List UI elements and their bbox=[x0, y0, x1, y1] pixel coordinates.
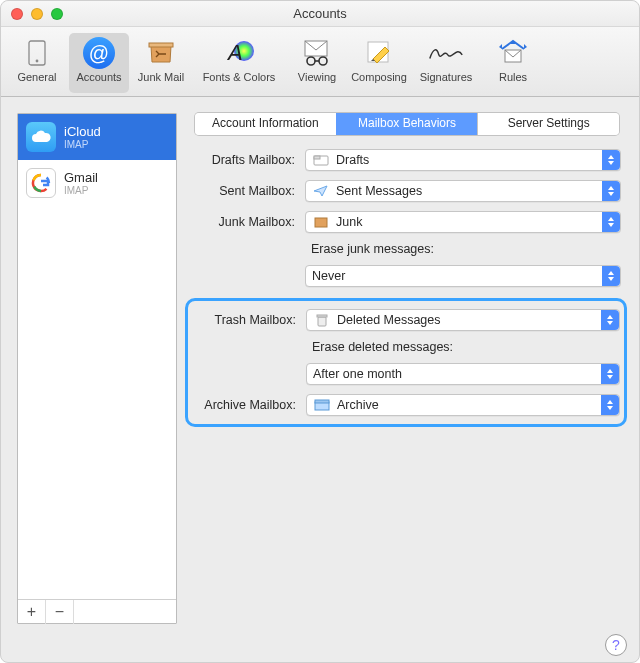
folder-icon bbox=[312, 152, 330, 168]
erase-junk-value: Never bbox=[312, 269, 345, 283]
tab-composing[interactable]: Composing bbox=[349, 33, 409, 93]
svg-rect-19 bbox=[315, 218, 327, 227]
tab-viewing[interactable]: Viewing bbox=[287, 33, 347, 93]
svg-text:A: A bbox=[226, 40, 243, 65]
account-protocol: IMAP bbox=[64, 185, 98, 196]
row-trash: Trash Mailbox: Deleted Messages bbox=[192, 309, 620, 331]
rules-icon bbox=[495, 37, 531, 69]
erase-deleted-select[interactable]: After one month bbox=[306, 363, 620, 385]
archive-label: Archive Mailbox: bbox=[192, 398, 302, 412]
tab-label: Rules bbox=[499, 71, 527, 83]
row-drafts: Drafts Mailbox: Drafts bbox=[191, 149, 621, 171]
general-icon bbox=[19, 37, 55, 69]
tab-account-information[interactable]: Account Information bbox=[195, 113, 336, 135]
archive-icon bbox=[313, 397, 331, 413]
tab-label: Composing bbox=[351, 71, 407, 83]
footer: ? bbox=[1, 628, 639, 662]
account-info: iCloud IMAP bbox=[64, 125, 101, 150]
drafts-label: Drafts Mailbox: bbox=[191, 153, 301, 167]
junk-label: Junk Mailbox: bbox=[191, 215, 301, 229]
sent-select[interactable]: Sent Messages bbox=[305, 180, 621, 202]
drafts-select[interactable]: Drafts bbox=[305, 149, 621, 171]
preferences-window: Accounts General @ Accounts Junk Mail A … bbox=[0, 0, 640, 663]
trash-select[interactable]: Deleted Messages bbox=[306, 309, 620, 331]
stepper-arrows-icon bbox=[602, 212, 620, 232]
sidebar-spacer bbox=[18, 206, 176, 599]
at-icon: @ bbox=[81, 37, 117, 69]
panel-tabs: Account Information Mailbox Behaviors Se… bbox=[195, 113, 619, 135]
trash-icon bbox=[313, 312, 331, 328]
svg-point-7 bbox=[307, 57, 315, 65]
erase-junk-select[interactable]: Never bbox=[305, 265, 621, 287]
trash-value: Deleted Messages bbox=[337, 313, 441, 327]
tab-label: Junk Mail bbox=[138, 71, 184, 83]
content-area: iCloud IMAP Gmail IMAP + − Acc bbox=[1, 97, 639, 628]
fonts-colors-icon: A bbox=[221, 37, 257, 69]
tab-label: Viewing bbox=[298, 71, 336, 83]
tab-general[interactable]: General bbox=[7, 33, 67, 93]
stepper-arrows-icon bbox=[601, 395, 619, 415]
svg-rect-3 bbox=[149, 43, 173, 47]
account-name: Gmail bbox=[64, 171, 98, 185]
settings-panel: Account Information Mailbox Behaviors Se… bbox=[191, 113, 623, 624]
account-icloud[interactable]: iCloud IMAP bbox=[18, 114, 176, 160]
svg-marker-14 bbox=[524, 44, 527, 49]
stepper-arrows-icon bbox=[602, 181, 620, 201]
account-info: Gmail IMAP bbox=[64, 171, 98, 196]
help-button[interactable]: ? bbox=[605, 634, 627, 656]
preferences-toolbar: General @ Accounts Junk Mail A Fonts & C… bbox=[1, 27, 639, 97]
tab-junk-mail[interactable]: Junk Mail bbox=[131, 33, 191, 93]
junk-box-icon bbox=[312, 214, 330, 230]
svg-rect-23 bbox=[315, 400, 329, 403]
tab-label: Fonts & Colors bbox=[203, 71, 276, 83]
viewing-icon bbox=[299, 37, 335, 69]
account-actions: + − bbox=[18, 599, 176, 623]
highlighted-region: Trash Mailbox: Deleted Messages Erase de… bbox=[185, 298, 627, 427]
tab-fonts-colors[interactable]: A Fonts & Colors bbox=[193, 33, 285, 93]
account-gmail[interactable]: Gmail IMAP bbox=[18, 160, 176, 206]
tab-accounts[interactable]: @ Accounts bbox=[69, 33, 129, 93]
junk-value: Junk bbox=[336, 215, 362, 229]
row-erase-deleted: After one month bbox=[192, 363, 620, 385]
svg-marker-18 bbox=[314, 186, 327, 196]
tab-signatures[interactable]: Signatures bbox=[411, 33, 481, 93]
sent-label: Sent Mailbox: bbox=[191, 184, 301, 198]
erase-deleted-value: After one month bbox=[313, 367, 402, 381]
mailbox-behaviors-form: Drafts Mailbox: Drafts Sent Mailbox: Sen… bbox=[191, 149, 623, 429]
cloud-icon bbox=[26, 122, 56, 152]
add-account-button[interactable]: + bbox=[18, 600, 46, 624]
erase-junk-label: Erase junk messages: bbox=[191, 242, 621, 256]
archive-value: Archive bbox=[337, 398, 379, 412]
drafts-value: Drafts bbox=[336, 153, 369, 167]
row-erase-junk: Never bbox=[191, 265, 621, 287]
stepper-arrows-icon bbox=[602, 150, 620, 170]
accounts-list: iCloud IMAP Gmail IMAP + − bbox=[17, 113, 177, 624]
window-title: Accounts bbox=[1, 6, 639, 21]
sent-value: Sent Messages bbox=[336, 184, 422, 198]
tab-label: Accounts bbox=[76, 71, 121, 83]
account-protocol: IMAP bbox=[64, 139, 101, 150]
tab-label: General bbox=[17, 71, 56, 83]
paper-plane-icon bbox=[312, 183, 330, 199]
tab-server-settings[interactable]: Server Settings bbox=[477, 113, 619, 135]
junk-icon bbox=[143, 37, 179, 69]
junk-select[interactable]: Junk bbox=[305, 211, 621, 233]
row-sent: Sent Mailbox: Sent Messages bbox=[191, 180, 621, 202]
svg-point-8 bbox=[319, 57, 327, 65]
gmail-icon bbox=[26, 168, 56, 198]
svg-rect-20 bbox=[318, 317, 326, 326]
row-archive: Archive Mailbox: Archive bbox=[192, 394, 620, 416]
tab-rules[interactable]: Rules bbox=[483, 33, 543, 93]
row-junk: Junk Mailbox: Junk bbox=[191, 211, 621, 233]
svg-point-1 bbox=[36, 60, 39, 63]
tab-mailbox-behaviors[interactable]: Mailbox Behaviors bbox=[336, 113, 478, 135]
svg-rect-21 bbox=[317, 315, 327, 317]
remove-account-button[interactable]: − bbox=[46, 600, 74, 624]
archive-select[interactable]: Archive bbox=[306, 394, 620, 416]
stepper-arrows-icon bbox=[601, 364, 619, 384]
titlebar: Accounts bbox=[1, 1, 639, 27]
svg-marker-13 bbox=[499, 44, 502, 49]
stepper-arrows-icon bbox=[602, 266, 620, 286]
signatures-icon bbox=[428, 37, 464, 69]
trash-label: Trash Mailbox: bbox=[192, 313, 302, 327]
